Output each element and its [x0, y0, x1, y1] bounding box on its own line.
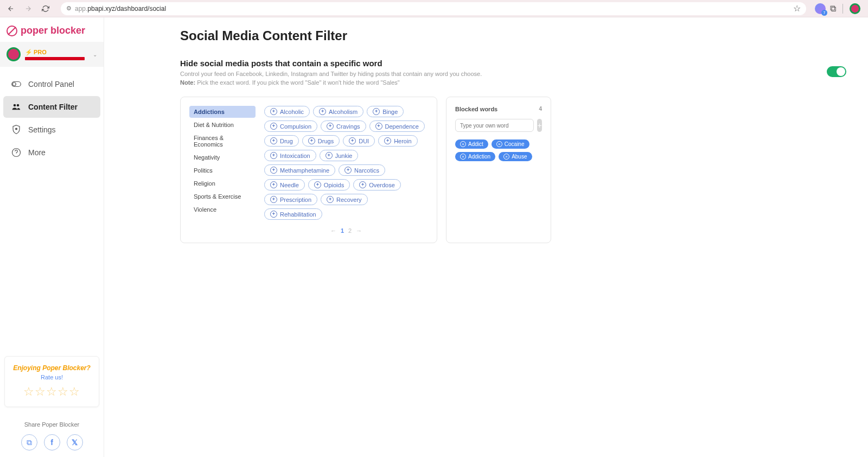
rating-sub[interactable]: Rate us!	[10, 374, 93, 380]
word-chip[interactable]: +Binge	[367, 106, 404, 117]
plan-badge: ⚡PRO	[25, 49, 85, 56]
facebook-share-button[interactable]: f	[44, 434, 60, 450]
bookmark-star-icon[interactable]: ☆	[793, 3, 801, 14]
svg-point-1	[12, 82, 16, 86]
word-chip[interactable]: +Drug	[264, 135, 299, 147]
x-share-button[interactable]: 𝕏	[67, 434, 83, 450]
category-list: AddictionsDiet & NutritionFinances & Eco…	[189, 106, 256, 234]
word-chip[interactable]: +Overdose	[353, 179, 401, 191]
nav-label: More	[28, 148, 46, 157]
page-prev-button[interactable]: ←	[330, 227, 336, 234]
word-chip[interactable]: +Dependence	[369, 120, 425, 132]
category-item[interactable]: Sports & Exercise	[189, 191, 256, 202]
remove-icon: ×	[503, 154, 509, 160]
category-item[interactable]: Violence	[189, 204, 256, 215]
word-chip[interactable]: +Narcotics	[339, 164, 385, 176]
chrome-divider	[843, 4, 843, 14]
word-chip[interactable]: +Opioids	[308, 179, 350, 191]
word-chip[interactable]: +Alcoholic	[264, 106, 310, 117]
category-item[interactable]: Addictions	[189, 106, 256, 118]
lightning-icon: ⚡	[25, 49, 33, 56]
hide-note: Note: Pick the exact word. If you pick t…	[180, 79, 762, 86]
svg-point-4	[16, 128, 17, 130]
forward-button[interactable]	[22, 2, 35, 15]
account-box[interactable]: ⚡PRO ⌄	[0, 42, 104, 67]
remove-icon: ×	[460, 154, 466, 160]
word-chip[interactable]: +Needle	[264, 179, 305, 191]
account-email-redacted	[25, 57, 85, 60]
sidebar: poper blocker ⚡PRO ⌄ Control Panel C	[0, 17, 104, 457]
category-item[interactable]: Politics	[189, 164, 256, 176]
share-label: Share Poper Blocker	[0, 421, 104, 428]
enable-toggle[interactable]	[827, 66, 846, 77]
reload-button[interactable]	[39, 2, 52, 15]
remove-icon: ×	[460, 141, 466, 147]
category-item[interactable]: Finances & Economics	[189, 132, 256, 150]
chip-label: Dependence	[385, 123, 419, 130]
word-chip[interactable]: +Heroin	[378, 135, 417, 147]
nav-more[interactable]: More	[3, 142, 100, 163]
bchip-label: Abuse	[512, 154, 527, 160]
category-item[interactable]: Negativity	[189, 151, 256, 163]
chip-label: Intoxication	[280, 153, 310, 159]
hide-heading: Hide social media posts that contain a s…	[180, 59, 762, 68]
people-icon	[11, 101, 22, 112]
bchip-label: Addict	[468, 141, 483, 147]
word-chip[interactable]: +Intoxication	[264, 150, 316, 161]
word-chip[interactable]: +Cravings	[321, 120, 366, 132]
profile-avatar-icon[interactable]	[850, 3, 860, 14]
category-item[interactable]: Religion	[189, 177, 256, 189]
chip-label: Opioids	[324, 182, 344, 188]
share-icons: ⧉ f 𝕏	[0, 428, 104, 457]
logo-text: poper blocker	[21, 25, 85, 36]
category-item[interactable]: Diet & Nutrition	[189, 119, 256, 131]
logo-icon	[7, 26, 17, 36]
nav-control-panel[interactable]: Control Panel	[3, 73, 100, 95]
plus-icon: +	[270, 211, 277, 218]
nav-label: Control Panel	[28, 80, 74, 88]
blocked-word-input[interactable]	[455, 119, 534, 132]
nav-settings[interactable]: Settings	[3, 119, 100, 141]
chip-label: Alcoholic	[280, 109, 304, 115]
plus-icon: +	[319, 108, 326, 115]
nav-content-filter[interactable]: Content Filter	[3, 96, 100, 118]
add-word-button[interactable]: +	[537, 119, 542, 132]
word-chip[interactable]: +Alcoholism	[313, 106, 363, 117]
page-next-button[interactable]: →	[356, 227, 362, 234]
blocked-chip[interactable]: ×Addiction	[455, 152, 495, 161]
pagination: ← 1 2 →	[264, 227, 428, 234]
browser-chrome: ⚙ app. pbapi.xyz/dashboard/social ☆ 7 ⧉	[0, 0, 868, 17]
extensions-icon[interactable]: ⧉	[830, 4, 836, 14]
svg-rect-0	[12, 82, 21, 87]
page-2[interactable]: 2	[348, 227, 352, 234]
chip-label: Compulsion	[280, 123, 311, 130]
plus-icon: +	[270, 108, 277, 115]
blocked-chip[interactable]: ×Abuse	[499, 152, 532, 161]
word-chip[interactable]: +Prescription	[264, 194, 317, 205]
word-chip[interactable]: +Junkie	[320, 150, 359, 161]
url-bar[interactable]: ⚙ app. pbapi.xyz/dashboard/social ☆	[61, 2, 806, 15]
back-button[interactable]	[4, 2, 17, 15]
word-chip[interactable]: +Rehabilitation	[264, 208, 322, 220]
word-chip[interactable]: +Drugs	[302, 135, 340, 147]
plus-icon: +	[270, 123, 277, 130]
word-chip[interactable]: +DUI	[343, 135, 375, 147]
blocked-chip[interactable]: ×Cocaine	[492, 139, 529, 149]
blocked-chip[interactable]: ×Addict	[455, 139, 488, 149]
plus-icon: +	[327, 123, 334, 130]
logo[interactable]: poper blocker	[0, 17, 104, 42]
word-chip[interactable]: +Compulsion	[264, 120, 317, 132]
word-chip[interactable]: +Recovery	[321, 194, 367, 205]
plus-icon: +	[327, 196, 334, 203]
rating-stars[interactable]: ☆☆☆☆☆	[10, 385, 93, 399]
chip-label: Heroin	[394, 138, 411, 144]
page-current[interactable]: 1	[341, 227, 344, 234]
word-chip[interactable]: +Methamphetamine	[264, 164, 335, 176]
copy-link-button[interactable]: ⧉	[21, 434, 37, 450]
plus-icon: +	[314, 181, 321, 188]
hide-description: Control your feed on Facebook, Linkedin,…	[180, 70, 762, 78]
chip-label: DUI	[359, 138, 369, 144]
extension-icon[interactable]: 7	[815, 3, 826, 14]
svg-point-3	[17, 104, 20, 107]
blocked-count: 4	[539, 106, 542, 112]
